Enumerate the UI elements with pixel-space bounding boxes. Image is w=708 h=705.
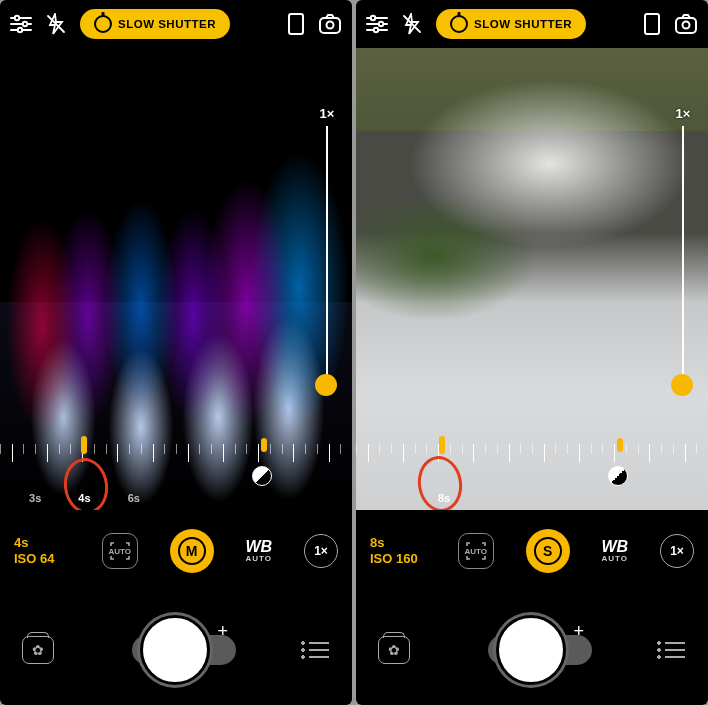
svg-rect-8 <box>289 14 303 34</box>
ruler-label: 6s <box>128 492 140 504</box>
exposure-readout[interactable]: 4s ISO 64 <box>14 535 70 568</box>
gallery-icon[interactable] <box>378 636 410 664</box>
shutter-indicator[interactable] <box>439 436 445 454</box>
readout-shutter: 4s <box>14 535 28 550</box>
svg-point-16 <box>374 28 378 32</box>
ev-indicator[interactable] <box>261 438 267 452</box>
svg-point-21 <box>683 22 690 29</box>
top-bar: SLOW SHUTTER <box>356 0 708 48</box>
mode-letter: M <box>178 537 206 565</box>
lens-label: 1× <box>670 544 684 558</box>
controls-row: 8s ISO 160 AUTO S WB AUTO 1× <box>356 520 708 582</box>
lens-label: 1× <box>314 544 328 558</box>
timer-icon <box>450 15 468 33</box>
svg-rect-20 <box>676 18 696 33</box>
readout-iso: ISO 160 <box>370 551 426 567</box>
aspect-icon[interactable] <box>644 13 660 35</box>
svg-point-1 <box>15 16 19 20</box>
viewfinder[interactable]: 1× 8s <box>356 48 708 510</box>
wb-button[interactable]: WB AUTO <box>601 539 628 563</box>
menu-icon[interactable] <box>300 640 330 660</box>
focus-label: AUTO <box>465 547 488 556</box>
mode-letter: S <box>534 537 562 565</box>
timer-icon <box>94 15 112 33</box>
zoom-knob[interactable] <box>315 374 337 396</box>
focus-button[interactable]: AUTO <box>102 533 138 569</box>
lens-button[interactable]: 1× <box>304 534 338 568</box>
svg-point-12 <box>371 16 375 20</box>
exposure-icon[interactable] <box>252 466 272 486</box>
wb-sub: AUTO <box>245 555 272 563</box>
mode-button[interactable]: S <box>526 529 570 573</box>
gallery-icon[interactable] <box>22 636 54 664</box>
ruler-label: 3s <box>29 492 41 504</box>
focus-label: AUTO <box>109 547 132 556</box>
shutter-ruler[interactable]: 3s 4s 6s <box>0 438 352 496</box>
readout-shutter: 8s <box>370 535 384 550</box>
svg-point-5 <box>18 28 22 32</box>
zoom-knob[interactable] <box>671 374 693 396</box>
mode-badge[interactable]: SLOW SHUTTER <box>436 9 586 39</box>
switch-camera-icon[interactable] <box>674 13 698 35</box>
lens-button[interactable]: 1× <box>660 534 694 568</box>
mode-badge[interactable]: SLOW SHUTTER <box>80 9 230 39</box>
aspect-icon[interactable] <box>288 13 304 35</box>
shutter-area: + <box>122 611 232 689</box>
top-bar: SLOW SHUTTER <box>0 0 352 48</box>
shutter-button[interactable] <box>496 615 566 685</box>
flash-off-icon[interactable] <box>402 13 422 35</box>
plus-icon[interactable]: + <box>573 621 584 642</box>
shutter-button[interactable] <box>140 615 210 685</box>
mode-button[interactable]: M <box>170 529 214 573</box>
svg-point-3 <box>23 22 27 26</box>
plus-icon[interactable]: + <box>217 621 228 642</box>
screenshot-left: SLOW SHUTTER 1× <box>0 0 352 705</box>
zoom-track <box>682 126 684 386</box>
zoom-slider[interactable]: 1× <box>674 126 692 386</box>
svg-rect-9 <box>320 18 340 33</box>
bottom-bar: + <box>356 595 708 705</box>
mode-label: SLOW SHUTTER <box>118 18 216 30</box>
svg-rect-19 <box>645 14 659 34</box>
flash-off-icon[interactable] <box>46 13 66 35</box>
exposure-icon[interactable] <box>608 466 628 486</box>
svg-point-10 <box>327 22 334 29</box>
switch-camera-icon[interactable] <box>318 13 342 35</box>
shutter-indicator[interactable] <box>81 436 87 454</box>
menu-icon[interactable] <box>656 640 686 660</box>
mode-label: SLOW SHUTTER <box>474 18 572 30</box>
zoom-level-label: 1× <box>315 106 339 121</box>
controls-row: 4s ISO 64 AUTO M WB AUTO 1× <box>0 520 352 582</box>
ev-indicator[interactable] <box>617 438 623 452</box>
zoom-level-label: 1× <box>671 106 695 121</box>
screenshot-right: SLOW SHUTTER 1× <box>356 0 708 705</box>
sliders-icon[interactable] <box>366 14 388 34</box>
wb-sub: AUTO <box>601 555 628 563</box>
focus-button[interactable]: AUTO <box>458 533 494 569</box>
shutter-area: + <box>478 611 588 689</box>
svg-point-14 <box>379 22 383 26</box>
bottom-bar: + <box>0 595 352 705</box>
shutter-ruler[interactable]: 8s <box>356 438 708 496</box>
viewfinder[interactable]: 1× 3s 4s 6s <box>0 48 352 510</box>
sliders-icon[interactable] <box>10 14 32 34</box>
zoom-slider[interactable]: 1× <box>318 126 336 386</box>
readout-iso: ISO 64 <box>14 551 70 567</box>
wb-label: WB <box>601 538 628 555</box>
wb-button[interactable]: WB AUTO <box>245 539 272 563</box>
exposure-readout[interactable]: 8s ISO 160 <box>370 535 426 568</box>
wb-label: WB <box>245 538 272 555</box>
zoom-track <box>326 126 328 386</box>
